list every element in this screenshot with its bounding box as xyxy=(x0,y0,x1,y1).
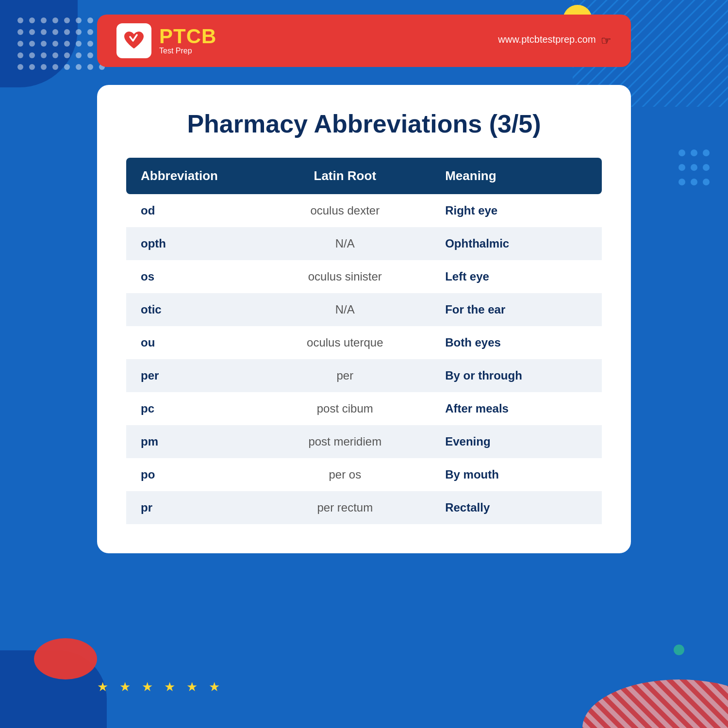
svg-point-52 xyxy=(691,179,697,185)
svg-point-21 xyxy=(52,41,58,47)
table-row: osoculus sinisterLeft eye xyxy=(126,260,602,293)
cell-abbreviation: po xyxy=(126,458,259,491)
cell-meaning: By or through xyxy=(430,359,602,392)
svg-point-46 xyxy=(691,149,697,156)
table-row: pcpost cibumAfter meals xyxy=(126,392,602,425)
header: PTCB Test Prep www.ptcbtestprep.com ☞ xyxy=(97,15,631,67)
svg-point-38 xyxy=(64,64,70,70)
cell-abbreviation: per xyxy=(126,359,259,392)
cell-abbreviation: opth xyxy=(126,227,259,260)
table-row: prper rectumRectally xyxy=(126,491,602,524)
svg-point-51 xyxy=(678,179,685,185)
star-icon: ★ xyxy=(164,680,178,694)
svg-point-35 xyxy=(29,64,35,70)
svg-point-4 xyxy=(41,17,47,23)
svg-point-45 xyxy=(678,149,685,156)
cell-latin: N/A xyxy=(259,227,430,260)
header-url-text: www.ptcbtestprep.com xyxy=(498,34,596,45)
svg-point-27 xyxy=(29,52,35,58)
svg-point-39 xyxy=(76,64,82,70)
cell-latin: per xyxy=(259,359,430,392)
svg-point-44 xyxy=(582,679,728,728)
star-icon: ★ xyxy=(97,680,111,694)
svg-point-26 xyxy=(17,52,23,58)
table-row: opthN/AOphthalmic xyxy=(126,227,602,260)
star-icon: ★ xyxy=(142,680,155,694)
table-header-row: Abbreviation Latin Root Meaning xyxy=(126,158,602,194)
logo-text: PTCB Test Prep xyxy=(159,26,216,55)
star-icon: ★ xyxy=(119,680,133,694)
svg-point-5 xyxy=(52,17,58,23)
header-url-section: www.ptcbtestprep.com ☞ xyxy=(498,34,612,48)
table-row: perperBy or through xyxy=(126,359,602,392)
cell-latin: oculus uterque xyxy=(259,326,430,359)
svg-point-10 xyxy=(17,29,23,35)
svg-point-50 xyxy=(703,164,710,171)
svg-point-20 xyxy=(41,41,47,47)
logo-sub-text: Test Prep xyxy=(159,47,216,55)
svg-point-36 xyxy=(41,64,47,70)
svg-point-7 xyxy=(76,17,82,23)
svg-point-19 xyxy=(29,41,35,47)
cell-meaning: By mouth xyxy=(430,458,602,491)
svg-point-29 xyxy=(52,52,58,58)
cell-meaning: Right eye xyxy=(430,194,602,227)
logo-section: PTCB Test Prep xyxy=(116,23,216,58)
svg-point-14 xyxy=(64,29,70,35)
col-header-abbreviation: Abbreviation xyxy=(126,158,259,194)
svg-point-40 xyxy=(87,64,93,70)
svg-point-23 xyxy=(76,41,82,47)
cell-abbreviation: os xyxy=(126,260,259,293)
svg-point-31 xyxy=(76,52,82,58)
svg-point-3 xyxy=(29,17,35,23)
svg-point-15 xyxy=(76,29,82,35)
cell-meaning: For the ear xyxy=(430,293,602,326)
col-header-latin: Latin Root xyxy=(259,158,430,194)
cell-latin: oculus dexter xyxy=(259,194,430,227)
page-title: Pharmacy Abbreviations (3/5) xyxy=(126,109,602,138)
svg-point-30 xyxy=(64,52,70,58)
svg-point-28 xyxy=(41,52,47,58)
svg-point-34 xyxy=(17,64,23,70)
col-header-meaning: Meaning xyxy=(430,158,602,194)
cell-latin: post cibum xyxy=(259,392,430,425)
cell-latin: per os xyxy=(259,458,430,491)
svg-point-32 xyxy=(87,52,93,58)
svg-point-48 xyxy=(678,164,685,171)
cell-abbreviation: ou xyxy=(126,326,259,359)
table-row: pmpost meridiemEvening xyxy=(126,425,602,458)
svg-point-13 xyxy=(52,29,58,35)
cell-meaning: Left eye xyxy=(430,260,602,293)
svg-point-18 xyxy=(17,41,23,47)
star-icon: ★ xyxy=(186,680,200,694)
main-card: Pharmacy Abbreviations (3/5) Abbreviatio… xyxy=(97,85,631,553)
cell-latin: per rectum xyxy=(259,491,430,524)
cell-abbreviation: pc xyxy=(126,392,259,425)
cell-meaning: Ophthalmic xyxy=(430,227,602,260)
star-icon: ★ xyxy=(209,680,222,694)
cell-latin: N/A xyxy=(259,293,430,326)
svg-point-2 xyxy=(17,17,23,23)
cell-meaning: Rectally xyxy=(430,491,602,524)
table-row: odoculus dexterRight eye xyxy=(126,194,602,227)
table-row: poper osBy mouth xyxy=(126,458,602,491)
svg-point-24 xyxy=(87,41,93,47)
table-row: ouoculus uterqueBoth eyes xyxy=(126,326,602,359)
svg-point-8 xyxy=(87,17,93,23)
svg-point-22 xyxy=(64,41,70,47)
logo-heart-icon xyxy=(116,23,151,58)
cell-abbreviation: pr xyxy=(126,491,259,524)
logo-ptcb-text: PTCB xyxy=(159,26,216,47)
cell-latin: oculus sinister xyxy=(259,260,430,293)
cell-meaning: Both eyes xyxy=(430,326,602,359)
svg-point-11 xyxy=(29,29,35,35)
cursor-icon: ☞ xyxy=(601,34,612,48)
cell-meaning: Evening xyxy=(430,425,602,458)
cell-latin: post meridiem xyxy=(259,425,430,458)
svg-point-53 xyxy=(703,179,710,185)
cell-abbreviation: pm xyxy=(126,425,259,458)
svg-point-6 xyxy=(64,17,70,23)
cell-abbreviation: od xyxy=(126,194,259,227)
table-row: oticN/AFor the ear xyxy=(126,293,602,326)
svg-point-47 xyxy=(703,149,710,156)
